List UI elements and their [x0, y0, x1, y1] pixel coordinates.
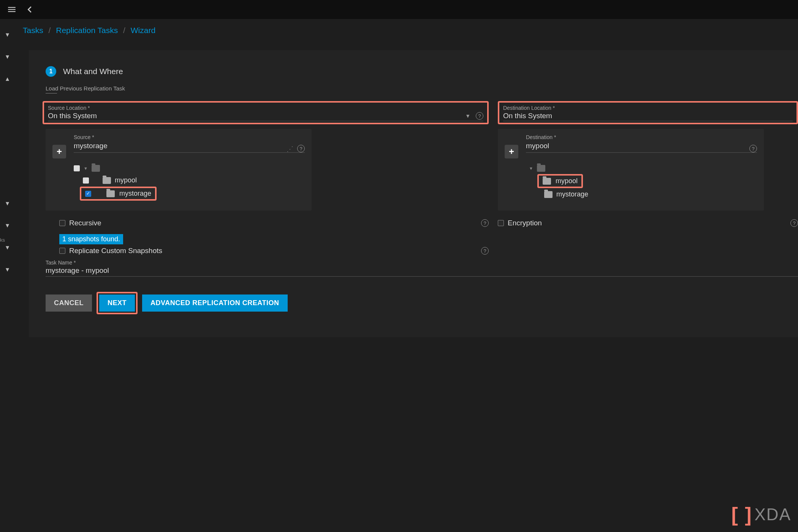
sidebar-item[interactable]: ▾: [0, 258, 12, 280]
tree-row-mystorage-highlight: mystorage: [80, 187, 157, 201]
sidebar-item[interactable]: ▴: [0, 68, 12, 90]
step-title: What and Where: [63, 67, 123, 76]
folder-icon: [103, 177, 111, 184]
help-icon[interactable]: ?: [749, 145, 757, 152]
tree-row-mystorage[interactable]: mystorage: [526, 188, 757, 201]
checkbox-checked[interactable]: [85, 191, 91, 197]
destination-tree-label: Destination *: [526, 134, 757, 140]
tree-item-label: mystorage: [556, 190, 588, 198]
step-number: 1: [46, 66, 56, 77]
destination-location-label: Destination Location *: [503, 105, 793, 111]
destination-tree-panel: + Destination * mypool ? ▼: [498, 129, 764, 211]
destination-location-value: On this System: [503, 112, 552, 120]
source-input[interactable]: mystorage: [74, 140, 283, 152]
source-location-label: Source Location *: [48, 105, 483, 111]
folder-icon: [537, 165, 545, 172]
chevron-down-icon: ▼: [465, 113, 470, 119]
folder-icon: [544, 191, 553, 198]
folder-icon: [92, 165, 100, 172]
snapshots-found-badge: 1 snapshots found.: [59, 234, 123, 244]
replicate-custom-label: Replicate Custom Snapshots: [69, 247, 162, 255]
help-icon[interactable]: ?: [481, 219, 489, 227]
back-icon[interactable]: [26, 5, 34, 14]
next-button-highlight: NEXT: [97, 292, 138, 314]
recursive-label: Recursive: [69, 219, 101, 227]
help-icon[interactable]: ?: [297, 145, 305, 152]
checkbox[interactable]: [59, 220, 65, 226]
tree-row-root[interactable]: ▼: [526, 163, 757, 174]
encryption-label: Encryption: [508, 219, 542, 227]
topbar: [0, 0, 798, 19]
help-icon[interactable]: ?: [476, 112, 483, 120]
cancel-button[interactable]: CANCEL: [46, 294, 92, 312]
checkbox[interactable]: [498, 220, 504, 226]
load-previous-label: Load Previous Replication Task: [29, 85, 798, 92]
folder-icon: [543, 178, 551, 185]
sidebar-item[interactable]: ▾: [0, 24, 12, 46]
checkbox[interactable]: [83, 177, 89, 184]
source-tree: ▼ mypool: [74, 163, 305, 201]
tree-row-mypool[interactable]: mypool: [74, 174, 305, 187]
taskname-input[interactable]: mystorage - mypool: [46, 266, 798, 275]
sidebar-fragment-label: ks: [0, 237, 5, 243]
sidebar: ▾ ▾ ▴ ks ▾ ▾ ▾ ▾: [0, 19, 12, 532]
help-icon[interactable]: ?: [790, 219, 798, 227]
encryption-checkbox-row[interactable]: Encryption ?: [498, 219, 798, 227]
tree-item-label: mystorage: [119, 190, 151, 198]
sidebar-item[interactable]: ▾: [0, 46, 12, 68]
destination-input[interactable]: mypool: [526, 140, 746, 152]
checkbox[interactable]: [59, 248, 65, 254]
next-button[interactable]: NEXT: [99, 294, 135, 312]
source-tree-label: Source *: [74, 134, 305, 140]
expand-icon[interactable]: ▼: [84, 166, 88, 171]
breadcrumb: Tasks / Replication Tasks / Wizard: [12, 19, 798, 40]
replicate-custom-row[interactable]: Replicate Custom Snapshots ?: [43, 247, 489, 255]
source-tree-panel: + Source * mystorage ⋰ ? ▼: [46, 129, 312, 211]
tree-item-label: mypool: [556, 177, 578, 185]
help-icon[interactable]: ?: [481, 247, 489, 255]
source-location-value: On this System: [48, 112, 97, 120]
add-destination-button[interactable]: +: [505, 145, 518, 158]
sidebar-item[interactable]: ▾: [0, 192, 12, 214]
menu-icon[interactable]: [7, 5, 17, 14]
breadcrumb-wizard[interactable]: Wizard: [131, 26, 155, 35]
advanced-button[interactable]: ADVANCED REPLICATION CREATION: [142, 294, 288, 312]
tree-item-label: mypool: [115, 176, 137, 184]
breadcrumb-tasks[interactable]: Tasks: [23, 26, 43, 35]
main-content: Tasks / Replication Tasks / Wizard 1 Wha…: [12, 19, 798, 532]
watermark: [ ] XDA: [731, 503, 791, 526]
wizard-card: 1 What and Where Load Previous Replicati…: [29, 50, 798, 337]
expand-icon[interactable]: ▼: [529, 166, 533, 171]
taskname-label: Task Name *: [46, 260, 798, 266]
recursive-checkbox-row[interactable]: Recursive ?: [43, 219, 489, 227]
source-location-field[interactable]: Source Location * On this System ▼ ?: [43, 101, 489, 124]
breadcrumb-replication[interactable]: Replication Tasks: [56, 26, 118, 35]
load-previous-select[interactable]: [46, 93, 57, 93]
sidebar-item[interactable]: ▾: [0, 214, 12, 236]
destination-location-field[interactable]: Destination Location * On this System: [498, 101, 798, 124]
bracket-icon: [ ]: [731, 503, 752, 526]
tree-row-root[interactable]: ▼: [74, 163, 305, 174]
watermark-text: XDA: [755, 505, 791, 524]
checkbox[interactable]: [74, 165, 80, 171]
resize-handle-icon[interactable]: ⋰: [287, 145, 293, 153]
destination-tree: ▼ mypool mystorage: [526, 163, 757, 201]
tree-row-mypool-highlight: mypool: [537, 174, 583, 188]
add-source-button[interactable]: +: [52, 145, 66, 158]
folder-icon: [106, 190, 115, 197]
